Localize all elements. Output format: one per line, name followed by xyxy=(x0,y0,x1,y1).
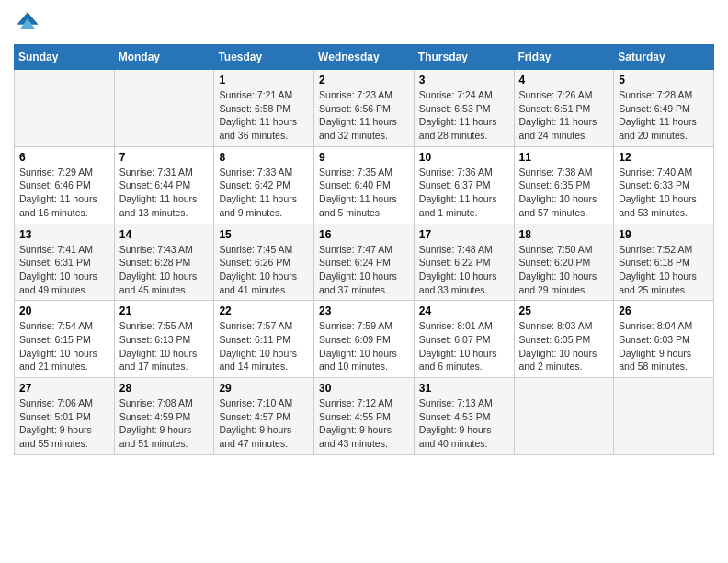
calendar-cell xyxy=(614,378,714,455)
calendar-cell: 15Sunrise: 7:45 AM Sunset: 6:26 PM Dayli… xyxy=(214,224,314,301)
day-info: Sunrise: 7:31 AM Sunset: 6:44 PM Dayligh… xyxy=(119,166,210,220)
day-number: 27 xyxy=(19,382,109,395)
header-tuesday: Tuesday xyxy=(214,45,314,70)
calendar-cell: 22Sunrise: 7:57 AM Sunset: 6:11 PM Dayli… xyxy=(214,301,314,378)
calendar-cell: 13Sunrise: 7:41 AM Sunset: 6:31 PM Dayli… xyxy=(15,224,115,301)
day-number: 24 xyxy=(419,304,509,317)
calendar-cell: 19Sunrise: 7:52 AM Sunset: 6:18 PM Dayli… xyxy=(614,224,714,301)
day-info: Sunrise: 8:03 AM Sunset: 6:05 PM Dayligh… xyxy=(519,319,609,373)
calendar-cell: 1Sunrise: 7:21 AM Sunset: 6:58 PM Daylig… xyxy=(214,70,314,147)
day-number: 13 xyxy=(19,228,109,241)
day-info: Sunrise: 7:47 AM Sunset: 6:24 PM Dayligh… xyxy=(319,243,409,297)
day-number: 19 xyxy=(619,228,709,241)
calendar-cell: 12Sunrise: 7:40 AM Sunset: 6:33 PM Dayli… xyxy=(614,146,714,224)
day-number: 1 xyxy=(219,74,309,86)
day-number: 11 xyxy=(519,151,609,164)
day-info: Sunrise: 7:23 AM Sunset: 6:56 PM Dayligh… xyxy=(319,88,409,143)
calendar-cell: 5Sunrise: 7:28 AM Sunset: 6:49 PM Daylig… xyxy=(614,70,714,147)
day-info: Sunrise: 7:33 AM Sunset: 6:42 PM Dayligh… xyxy=(219,166,309,220)
day-info: Sunrise: 7:35 AM Sunset: 6:40 PM Dayligh… xyxy=(319,166,409,220)
calendar-cell: 26Sunrise: 8:04 AM Sunset: 6:03 PM Dayli… xyxy=(614,301,714,378)
day-number: 7 xyxy=(119,151,210,164)
day-number: 17 xyxy=(419,228,509,241)
day-info: Sunrise: 7:40 AM Sunset: 6:33 PM Dayligh… xyxy=(619,166,709,220)
logo xyxy=(14,9,45,37)
calendar-cell: 14Sunrise: 7:43 AM Sunset: 6:28 PM Dayli… xyxy=(114,224,214,301)
calendar-cell: 21Sunrise: 7:55 AM Sunset: 6:13 PM Dayli… xyxy=(114,301,214,378)
calendar-cell: 31Sunrise: 7:13 AM Sunset: 4:53 PM Dayli… xyxy=(414,378,514,455)
calendar-week-row: 13Sunrise: 7:41 AM Sunset: 6:31 PM Dayli… xyxy=(15,224,714,301)
day-info: Sunrise: 7:21 AM Sunset: 6:58 PM Dayligh… xyxy=(219,88,309,143)
day-number: 10 xyxy=(419,151,509,164)
day-number: 3 xyxy=(419,74,509,86)
calendar-week-row: 27Sunrise: 7:06 AM Sunset: 5:01 PM Dayli… xyxy=(15,378,714,455)
day-info: Sunrise: 7:08 AM Sunset: 4:59 PM Dayligh… xyxy=(119,396,210,451)
calendar-cell xyxy=(15,70,115,147)
day-number: 18 xyxy=(519,228,609,241)
day-number: 31 xyxy=(419,382,509,395)
day-info: Sunrise: 7:10 AM Sunset: 4:57 PM Dayligh… xyxy=(219,396,309,451)
calendar-cell: 30Sunrise: 7:12 AM Sunset: 4:55 PM Dayli… xyxy=(314,378,415,455)
calendar-cell: 8Sunrise: 7:33 AM Sunset: 6:42 PM Daylig… xyxy=(214,146,314,224)
header-saturday: Saturday xyxy=(614,45,714,70)
day-number: 26 xyxy=(619,304,709,317)
day-info: Sunrise: 7:54 AM Sunset: 6:15 PM Dayligh… xyxy=(19,319,109,373)
day-number: 6 xyxy=(19,151,109,164)
header-monday: Monday xyxy=(114,45,214,70)
day-info: Sunrise: 7:50 AM Sunset: 6:20 PM Dayligh… xyxy=(519,243,609,297)
day-number: 16 xyxy=(319,228,409,241)
day-number: 25 xyxy=(519,304,609,317)
calendar-cell: 17Sunrise: 7:48 AM Sunset: 6:22 PM Dayli… xyxy=(414,224,514,301)
logo-icon xyxy=(14,9,41,37)
day-number: 2 xyxy=(319,74,409,86)
calendar-cell: 18Sunrise: 7:50 AM Sunset: 6:20 PM Dayli… xyxy=(514,224,614,301)
day-number: 22 xyxy=(219,304,309,317)
day-number: 5 xyxy=(619,74,709,86)
day-number: 12 xyxy=(619,151,709,164)
day-number: 28 xyxy=(119,382,210,395)
calendar-cell: 29Sunrise: 7:10 AM Sunset: 4:57 PM Dayli… xyxy=(214,378,314,455)
calendar-week-row: 6Sunrise: 7:29 AM Sunset: 6:46 PM Daylig… xyxy=(15,146,714,224)
day-info: Sunrise: 7:52 AM Sunset: 6:18 PM Dayligh… xyxy=(619,243,709,297)
calendar-cell: 24Sunrise: 8:01 AM Sunset: 6:07 PM Dayli… xyxy=(414,301,514,378)
day-info: Sunrise: 7:29 AM Sunset: 6:46 PM Dayligh… xyxy=(19,166,109,220)
weekday-header-row: Sunday Monday Tuesday Wednesday Thursday… xyxy=(15,45,714,70)
day-number: 20 xyxy=(19,304,109,317)
calendar-cell: 16Sunrise: 7:47 AM Sunset: 6:24 PM Dayli… xyxy=(314,224,415,301)
day-info: Sunrise: 7:48 AM Sunset: 6:22 PM Dayligh… xyxy=(419,243,509,297)
day-info: Sunrise: 7:26 AM Sunset: 6:51 PM Dayligh… xyxy=(519,88,609,143)
day-info: Sunrise: 7:57 AM Sunset: 6:11 PM Dayligh… xyxy=(219,319,309,373)
calendar-cell: 11Sunrise: 7:38 AM Sunset: 6:35 PM Dayli… xyxy=(514,146,614,224)
day-info: Sunrise: 7:43 AM Sunset: 6:28 PM Dayligh… xyxy=(119,243,210,297)
calendar-table: Sunday Monday Tuesday Wednesday Thursday… xyxy=(14,44,714,455)
day-info: Sunrise: 7:24 AM Sunset: 6:53 PM Dayligh… xyxy=(419,88,509,143)
calendar-cell: 7Sunrise: 7:31 AM Sunset: 6:44 PM Daylig… xyxy=(114,146,214,224)
day-info: Sunrise: 8:04 AM Sunset: 6:03 PM Dayligh… xyxy=(619,319,709,373)
day-info: Sunrise: 7:59 AM Sunset: 6:09 PM Dayligh… xyxy=(319,319,409,373)
calendar-cell: 20Sunrise: 7:54 AM Sunset: 6:15 PM Dayli… xyxy=(15,301,115,378)
day-info: Sunrise: 7:45 AM Sunset: 6:26 PM Dayligh… xyxy=(219,243,309,297)
day-info: Sunrise: 7:36 AM Sunset: 6:37 PM Dayligh… xyxy=(419,166,509,220)
day-info: Sunrise: 7:12 AM Sunset: 4:55 PM Dayligh… xyxy=(319,396,409,451)
calendar-cell: 28Sunrise: 7:08 AM Sunset: 4:59 PM Dayli… xyxy=(114,378,214,455)
day-info: Sunrise: 7:38 AM Sunset: 6:35 PM Dayligh… xyxy=(519,166,609,220)
day-info: Sunrise: 7:55 AM Sunset: 6:13 PM Dayligh… xyxy=(119,319,210,373)
day-number: 9 xyxy=(319,151,409,164)
calendar-cell: 6Sunrise: 7:29 AM Sunset: 6:46 PM Daylig… xyxy=(15,146,115,224)
day-number: 4 xyxy=(519,74,609,86)
day-number: 29 xyxy=(219,382,309,395)
calendar-cell: 23Sunrise: 7:59 AM Sunset: 6:09 PM Dayli… xyxy=(314,301,415,378)
header-friday: Friday xyxy=(514,45,614,70)
day-number: 23 xyxy=(319,304,409,317)
day-number: 21 xyxy=(119,304,210,317)
header-wednesday: Wednesday xyxy=(314,45,415,70)
day-info: Sunrise: 8:01 AM Sunset: 6:07 PM Dayligh… xyxy=(419,319,509,373)
calendar-page: Sunday Monday Tuesday Wednesday Thursday… xyxy=(0,0,728,563)
day-info: Sunrise: 7:28 AM Sunset: 6:49 PM Dayligh… xyxy=(619,88,709,143)
calendar-cell: 25Sunrise: 8:03 AM Sunset: 6:05 PM Dayli… xyxy=(514,301,614,378)
day-number: 8 xyxy=(219,151,309,164)
header-sunday: Sunday xyxy=(15,45,115,70)
calendar-cell: 9Sunrise: 7:35 AM Sunset: 6:40 PM Daylig… xyxy=(314,146,415,224)
calendar-week-row: 20Sunrise: 7:54 AM Sunset: 6:15 PM Dayli… xyxy=(15,301,714,378)
calendar-cell: 2Sunrise: 7:23 AM Sunset: 6:56 PM Daylig… xyxy=(314,70,415,147)
